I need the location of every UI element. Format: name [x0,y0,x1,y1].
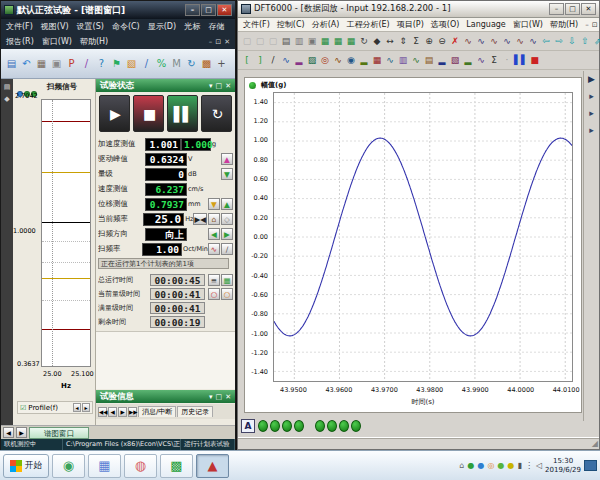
coherence-icon[interactable]: ∿ [384,53,396,67]
tab-last-icon[interactable]: ▶▶ [128,407,137,417]
vcs-minimize-button[interactable]: – [185,4,200,16]
menu-item[interactable]: 工程分析(E) [346,19,389,30]
antivirus-shield-icon[interactable]: ● [468,461,475,471]
layout-grid-2-icon[interactable]: ▦ [332,34,344,48]
volume-icon[interactable]: ◁ [536,461,542,471]
mute-icon[interactable]: · [501,53,513,67]
clock-red-icon[interactable]: ○ [208,288,220,300]
battery-icon[interactable]: ▮ [518,461,522,471]
help-icon[interactable]: ? [95,56,108,71]
info-dropdown-icon[interactable]: ▾ [209,393,213,401]
tab-prev-icon[interactable]: ◀ [108,407,117,417]
converge-icon[interactable]: ▶◀ [193,213,207,225]
preview-icon[interactable]: ▥ [293,34,305,48]
zoom-in-icon[interactable]: ⊕ [423,34,435,48]
time-waveform-icon[interactable]: ∿ [280,53,292,67]
tab-next-icon[interactable]: ▶ [118,407,127,417]
dock-print-icon[interactable]: ▤ [4,83,11,91]
trace-tool-5-icon[interactable]: ∿ [514,34,526,48]
octave-icon[interactable]: ▂ [358,53,370,67]
trace-tool-2-icon[interactable]: ∿ [475,34,487,48]
dft-minimize-button[interactable]: – [549,3,564,15]
dft-close-button[interactable]: ✕ [581,3,596,15]
menu-item[interactable]: 光标 [184,21,200,32]
layout-grid-3-icon[interactable]: ▦ [345,34,357,48]
taskbar-clock[interactable]: 15:30 2019/6/29 [545,457,581,475]
hold-icon[interactable]: ◇ [221,213,233,225]
menu-item[interactable]: 设置(S) [77,21,104,32]
trace-tool-3-icon[interactable]: ∿ [488,34,500,48]
network-signal-icon[interactable]: ⋮ [525,461,533,471]
clear-trace-icon[interactable]: ✗ [449,34,461,48]
snapshot-icon[interactable]: ▩ [200,56,213,71]
start-button[interactable]: 开始 [3,454,49,478]
fft-icon[interactable]: ▧ [449,53,461,67]
menu-item[interactable]: 帮助(H) [80,36,108,47]
menu-item[interactable]: 文件(F) [243,19,270,30]
menu-item[interactable]: 窗口(W) [513,19,543,30]
panel-close-icon[interactable]: ✕ [225,82,231,90]
info-float-icon[interactable]: □ [216,393,223,401]
step-down-icon[interactable]: ▼ [208,198,220,210]
analysis-tool-1-icon[interactable]: ▸ [589,91,594,101]
export-pdf-icon[interactable]: P [65,56,78,71]
copy-icon[interactable]: ▣ [50,56,63,71]
sum-2-icon[interactable]: Σ [488,53,500,67]
clock-orange-icon[interactable]: ○ [221,288,233,300]
step-up-icon[interactable]: ▲ [221,198,233,210]
save-icon[interactable]: ▤ [5,56,18,71]
menu-item[interactable]: 帮助(H) [550,19,578,30]
security-icon[interactable]: ● [498,461,505,471]
dft-restore-button[interactable]: □ [565,3,580,15]
signature-icon[interactable]: / [140,56,153,71]
sweep-plot-area[interactable] [41,99,91,367]
marker-dot-icon[interactable]: ◆ [371,34,383,48]
calculator-app-taskbar-button[interactable]: ▦ [88,454,121,478]
menu-item[interactable]: 显示(D) [148,21,176,32]
users-icon[interactable]: M [170,56,183,71]
vcs-titlebar[interactable]: 默认正弦试验 - [谱图窗口] – □ ✕ [1,1,235,19]
transfer-icon[interactable]: ▦ [371,53,383,67]
tab-first-icon[interactable]: ◀◀ [98,407,107,417]
menu-item[interactable]: 控制(C) [277,19,305,30]
mdi-minimize-icon[interactable]: – [209,38,213,46]
menu-item[interactable]: 项目(P) [397,19,424,30]
analysis-tool-3-icon[interactable]: ▸ [589,125,594,135]
channel-a-button[interactable]: A [241,419,255,433]
sweep-pen-icon[interactable]: / [221,243,233,255]
profile-checkbox[interactable]: ☑ [20,404,26,412]
cepstrum-icon[interactable]: ▥ [397,53,409,67]
ime-indicator[interactable] [584,460,597,471]
tabs-scroll-right-icon[interactable]: ▶ [16,427,27,438]
envelope-icon[interactable]: ∿ [410,53,422,67]
pencil-icon[interactable]: / [267,53,279,67]
menu-item[interactable]: 文件(F) [6,21,33,32]
orbit-icon[interactable]: ◎ [319,53,331,67]
waterfall-icon[interactable]: ▨ [306,53,318,67]
dir-right-icon[interactable]: ▶ [221,228,233,240]
save-icon[interactable]: ▢ [267,34,279,48]
trace-tool-1-icon[interactable]: ∿ [462,34,474,48]
cursor-rotate-icon[interactable]: ↻ [358,34,370,48]
tabs-scroll-left-icon[interactable]: ◀ [3,427,14,438]
panel-dropdown-icon[interactable]: ▾ [209,82,213,90]
sweep-wave-icon[interactable]: ∿ [208,243,220,255]
start-button[interactable]: ▶ [99,95,130,132]
marker-updown-icon[interactable]: ⇕ [397,34,409,48]
edit-pen-icon[interactable]: / [80,56,93,71]
menu-item[interactable]: 命令(C) [112,21,140,32]
resize-grip-icon[interactable]: ◢ [592,439,598,448]
waveform-plot-area[interactable] [273,92,573,382]
analysis-tool-2-icon[interactable]: ▸ [589,108,594,118]
plan-table-icon[interactable]: ▦ [221,274,233,286]
pause-button[interactable]: ▌▌ [167,95,198,132]
vcs-close-button[interactable]: ✕ [217,4,232,16]
green-tool-app-taskbar-button[interactable]: ▩ [160,454,193,478]
report-chart-icon[interactable]: ▧ [125,56,138,71]
update-ring-icon[interactable]: ◎ [488,461,495,471]
hourglass-icon[interactable]: ≡ [208,274,220,286]
psd-icon[interactable]: ▂ [436,53,448,67]
tab-history[interactable]: 历史记录 [177,406,213,417]
menu-item[interactable]: 分析(A) [312,19,340,30]
bode-icon[interactable]: ∿ [332,53,344,67]
